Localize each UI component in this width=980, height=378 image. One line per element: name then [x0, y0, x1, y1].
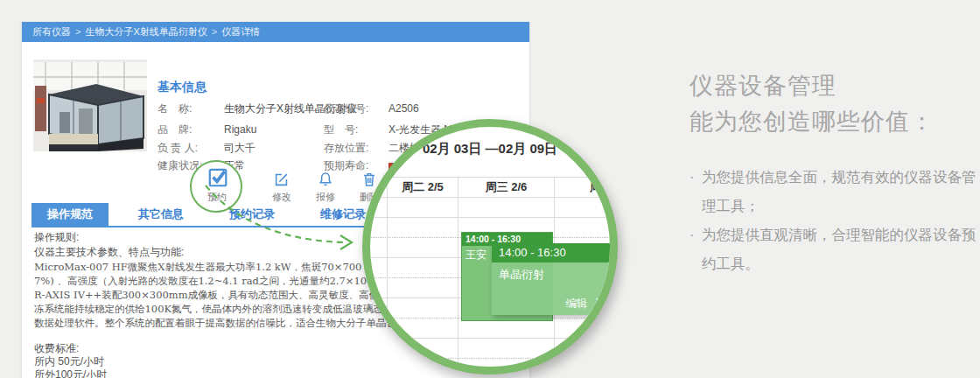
breadcrumb-separator: > — [75, 26, 80, 37]
reserve-to-calendar-arrow — [197, 175, 372, 254]
grid-line — [458, 177, 458, 367]
popup-edit-button[interactable]: 编辑 — [566, 298, 588, 310]
breadcrumb-instrument[interactable]: 生物大分子X射线单晶衍射仪 — [85, 26, 206, 37]
promo-bullet: · 为您提供直观清晰，合理智能的仪器设备预约工具。 — [690, 220, 978, 278]
promo-panel: 仪器设备管理 能为您创造哪些价值： · 为您提供信息全面，规范有效的仪器设备管理… — [690, 68, 978, 278]
grid-line — [370, 197, 610, 198]
day-header-wednesday[interactable]: 周三 2/6 — [458, 179, 554, 197]
popup-cancel-button[interactable]: 取消 — [596, 298, 618, 310]
day-header-tuesday[interactable]: 周二 2/5 — [388, 179, 458, 197]
calendar-magnifier: 02月 03日 —02月 09日 周二 2/5 周三 2/6 周四 14:00 … — [362, 119, 618, 374]
promo-bullet: · 为您提供信息全面，规范有效的仪器设备管理工具； — [690, 163, 978, 220]
breadcrumb-separator: > — [212, 26, 217, 37]
promo-heading: 仪器设备管理 能为您创造哪些价值： — [690, 68, 978, 140]
promo-bullets: · 为您提供信息全面，规范有效的仪器设备管理工具； · 为您提供直观清晰，合理智… — [690, 163, 978, 278]
reservation-popup: 14:00 - 16:30 单晶衍射 编辑 取消 — [492, 243, 618, 315]
tab-operation-standard[interactable]: 操作规范 — [32, 203, 108, 226]
popup-time: 14:00 - 16:30 — [492, 243, 618, 262]
section-title-basic-info: 基本信息 — [158, 80, 206, 95]
equipment-photo — [33, 60, 147, 151]
breadcrumb: 所有仪器>生物大分子X射线单晶衍射仪>仪器详情 — [22, 22, 529, 42]
field-serial: 仪器编号:A2506 — [324, 102, 419, 116]
breadcrumb-all-instruments[interactable]: 所有仪器 — [32, 26, 71, 37]
grid-line — [370, 217, 610, 218]
day-header-thursday[interactable]: 周四 — [555, 179, 618, 197]
grid-line — [370, 338, 610, 339]
popup-actions: 编辑 取消 — [561, 297, 618, 312]
tab-other-info[interactable]: 其它信息 — [122, 203, 200, 226]
page: 所有仪器>生物大分子X射线单晶衍射仪>仪器详情 — [0, 0, 980, 378]
field-brand: 品 牌:Rigaku — [158, 122, 256, 137]
grid-line — [370, 177, 610, 178]
popup-subject: 单晶衍射 — [492, 262, 618, 283]
breadcrumb-current: 仪器详情 — [221, 26, 260, 37]
field-manager: 负 责 人:司大千 — [158, 141, 256, 156]
